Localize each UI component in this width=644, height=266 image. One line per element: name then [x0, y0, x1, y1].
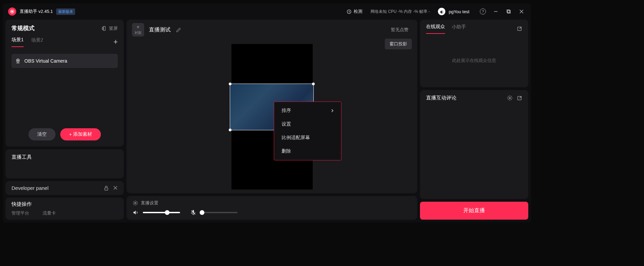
svg-rect-12	[105, 188, 108, 190]
ctx-sort[interactable]: 排序	[274, 104, 341, 117]
edit-icon[interactable]	[176, 27, 181, 32]
scene-tab-1[interactable]: 场景1	[12, 37, 24, 47]
resize-handle-tr[interactable]	[312, 83, 315, 85]
portrait-icon	[102, 26, 107, 31]
popout-icon[interactable]	[517, 95, 522, 101]
version-badge: 最新版本	[56, 8, 75, 15]
svg-point-11	[18, 60, 19, 61]
lock-icon[interactable]	[104, 185, 109, 191]
speaker-icon	[133, 209, 139, 216]
ctx-fit-screen[interactable]: 比例适配屏幕	[274, 131, 341, 145]
mic-control[interactable]	[190, 209, 238, 216]
maximize-button[interactable]	[505, 7, 513, 16]
gear-icon[interactable]	[507, 95, 513, 101]
tab-online-audience[interactable]: 在线观众	[426, 24, 445, 34]
plus-icon: +	[69, 132, 72, 137]
quick-item-traffic[interactable]: 流量卡	[43, 210, 56, 216]
close-panel-icon[interactable]	[113, 185, 118, 190]
svg-point-0	[11, 10, 13, 13]
mic-slider[interactable]	[200, 212, 238, 213]
add-source-button[interactable]: +添加素材	[60, 128, 101, 140]
preview-panel: + 封面 直播测试 暂无点赞 窗口投影	[127, 20, 417, 193]
app-logo	[8, 7, 16, 16]
mode-title: 常规模式	[12, 24, 35, 32]
svg-point-15	[135, 202, 136, 204]
preview-area[interactable]: 排序 设置 比例适配屏幕 删除	[127, 40, 417, 193]
add-scene-button[interactable]: +	[113, 38, 118, 46]
source-item[interactable]: OBS Virtual Camera	[12, 54, 118, 68]
ctx-delete[interactable]: 删除	[274, 145, 341, 158]
tools-title: 直播工具	[12, 154, 118, 160]
system-stats: 网络未知 CPU -% 内存 -% 帧率 -	[371, 9, 430, 15]
webcam-icon	[15, 58, 21, 64]
app-title: 直播助手 v2.45.1	[20, 8, 53, 15]
help-button[interactable]: ?	[479, 7, 487, 16]
resize-handle-bl[interactable]	[229, 129, 231, 131]
detect-button[interactable]: 检测	[347, 8, 362, 15]
quick-item-platform[interactable]: 管理平台	[12, 210, 29, 216]
username: pgYou test	[449, 9, 469, 14]
maximize-icon	[506, 9, 511, 14]
comment-panel: 直播互动评论	[420, 90, 528, 199]
user-avatar[interactable]: ◐	[438, 8, 445, 15]
minimize-button[interactable]	[492, 7, 500, 16]
tab-assistant[interactable]: 小助手	[452, 24, 466, 34]
help-icon: ?	[480, 8, 486, 15]
dev-panel-label: Developer panel	[12, 185, 48, 191]
context-menu: 排序 设置 比例适配屏幕 删除	[274, 102, 341, 160]
clear-button[interactable]: 清空	[28, 128, 55, 140]
scene-tab-2[interactable]: 场景2	[31, 37, 43, 47]
portrait-toggle[interactable]: 竖屏	[102, 25, 118, 31]
plus-icon: +	[136, 24, 139, 30]
titlebar: 直播助手 v2.45.1 最新版本 检测 网络未知 CPU -% 内存 -% 帧…	[3, 3, 531, 20]
stream-settings-button[interactable]: 直播设置	[133, 200, 411, 206]
scene-tabs: 场景1 场景2 +	[12, 37, 118, 47]
camera-icon	[10, 9, 15, 14]
popout-icon[interactable]	[517, 26, 522, 31]
svg-rect-5	[508, 10, 510, 13]
svg-point-18	[509, 97, 510, 98]
close-button[interactable]	[517, 7, 526, 16]
start-stream-button[interactable]: 开始直播	[420, 202, 528, 220]
audience-placeholder: 此处展示在线观众信息	[420, 34, 528, 87]
minimize-icon	[493, 9, 498, 14]
mode-panel: 常规模式 竖屏 场景1 场景2 + OBS Virtual Camera	[5, 20, 124, 147]
stream-title: 直播测试	[149, 26, 171, 34]
source-label: OBS Virtual Camera	[24, 58, 67, 64]
quick-title: 快捷操作	[12, 201, 118, 207]
audience-panel: 在线观众 小助手 此处展示在线观众信息	[420, 20, 528, 87]
tools-panel: 直播工具	[5, 149, 124, 178]
svg-rect-4	[507, 10, 510, 13]
resize-handle-tl[interactable]	[229, 83, 231, 85]
likes-status: 暂无点赞	[391, 27, 408, 33]
chevron-right-icon	[331, 109, 334, 113]
comment-title: 直播互动评论	[426, 95, 457, 101]
stream-controls-panel: 直播设置	[127, 196, 417, 220]
developer-panel: Developer panel	[5, 181, 124, 195]
speaker-slider[interactable]	[143, 212, 180, 213]
quick-actions-panel: 快捷操作 管理平台 流量卡	[5, 198, 124, 220]
preview-canvas[interactable]: 排序 设置 比例适配屏幕 删除	[231, 44, 313, 190]
ctx-settings[interactable]: 设置	[274, 117, 341, 131]
detect-icon	[347, 9, 352, 14]
speaker-control[interactable]	[133, 209, 180, 216]
mic-muted-icon	[190, 209, 196, 216]
gear-icon	[133, 200, 138, 206]
close-icon	[519, 9, 524, 14]
cover-button[interactable]: + 封面	[132, 23, 144, 37]
